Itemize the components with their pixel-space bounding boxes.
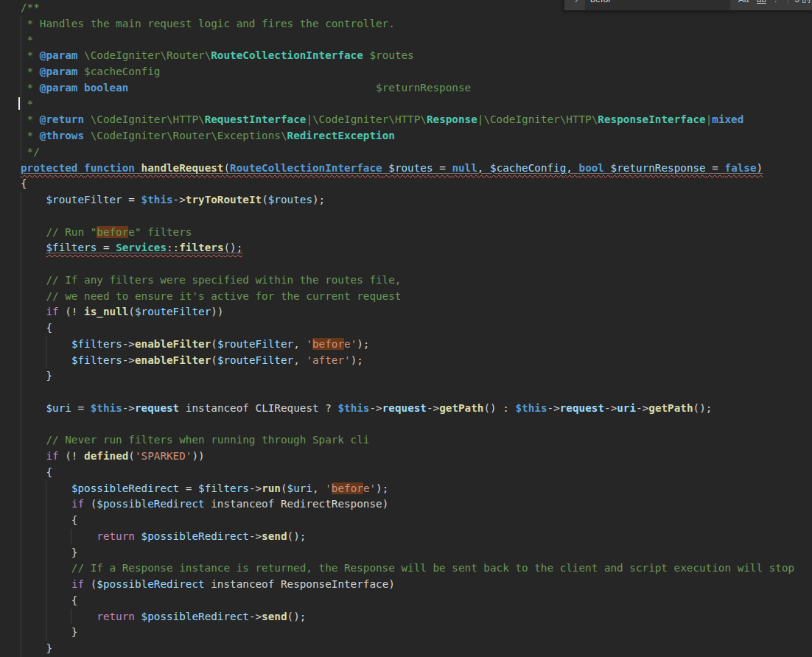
code-token: @throws [40, 130, 84, 141]
code-line[interactable]: if (! is_null($routeFilter)) [21, 304, 812, 320]
code-line[interactable]: $filters->enableFilter($routeFilter, 'af… [21, 353, 812, 369]
code-line[interactable]: $possibleRedirect = $filters->run($uri, … [21, 481, 812, 497]
code-token: $this [516, 402, 547, 414]
code-line[interactable]: // Never run filters when running throug… [21, 432, 812, 449]
code-token: is_null [84, 306, 128, 317]
code-line[interactable]: * [21, 32, 812, 49]
code-token: protected [21, 162, 77, 174]
code-token: ); [312, 194, 325, 205]
code-token: // If a Response instance is returned, t… [21, 562, 794, 574]
error-underline: function [84, 162, 135, 174]
code-line[interactable]: // we need to ensure it's active for the… [21, 289, 812, 305]
code-line[interactable]: * Handles the main request logic and fir… [21, 16, 812, 32]
code-line[interactable]: // If any filters were specified within … [21, 273, 812, 289]
code-token: instanceof [205, 578, 281, 590]
code-line[interactable] [21, 384, 812, 401]
code-line[interactable]: $filters->enableFilter($routeFilter, 'be… [21, 337, 812, 353]
error-underline: (); [224, 242, 243, 253]
code-token: $routes [388, 162, 433, 174]
code-line[interactable]: { [21, 465, 812, 481]
code-line[interactable]: // If a Response instance is returned, t… [21, 561, 812, 577]
code-token: run [262, 482, 281, 494]
code-line[interactable] [21, 208, 812, 225]
code-token: $routeFilter [217, 338, 293, 350]
code-line[interactable] [21, 256, 812, 273]
code-line[interactable]: } [21, 545, 812, 561]
code-line[interactable]: * [21, 96, 812, 113]
code-line[interactable]: // Run "before" filters [21, 225, 812, 241]
code-line[interactable]: { [21, 320, 812, 337]
code-line[interactable]: $filters = Services::filters(); [21, 240, 812, 256]
find-input[interactable]: befor [585, 0, 730, 10]
code-token: defined [84, 450, 128, 462]
code-line[interactable]: { [21, 593, 812, 609]
code-token: mixed [712, 113, 743, 125]
code-token: uri [617, 402, 636, 414]
code-line[interactable]: $uri = $this->request instanceof CLIRequ… [21, 401, 812, 417]
code-line[interactable]: { [21, 176, 812, 192]
code-line[interactable] [21, 417, 812, 433]
code-line[interactable]: $routeFilter = $this->tryToRouteIt($rout… [21, 192, 812, 208]
code-line[interactable]: return $possibleRedirect->send(); [21, 609, 812, 625]
code-token: $returnResponse [611, 162, 706, 174]
code-line[interactable]: if (! defined('SPARKED')) [21, 449, 812, 465]
regex-button[interactable]: .* [774, 0, 780, 10]
code-token [604, 162, 611, 174]
code-line[interactable]: } [21, 368, 812, 384]
indent-guide [21, 192, 21, 657]
code-token: | [706, 113, 713, 125]
code-token: CLIRequest [256, 402, 319, 414]
code-token: , [293, 354, 306, 366]
whole-word-button[interactable]: ab [757, 0, 766, 10]
code-token: \CodeIgniter\HTTP\ [84, 113, 205, 125]
code-line[interactable]: } [21, 625, 812, 641]
code-token: $filters [71, 338, 122, 350]
indent-guide [71, 529, 71, 545]
code-token: $possibleRedirect [97, 578, 204, 590]
indent-guide [46, 481, 46, 642]
code-token: :: [167, 242, 179, 253]
code-token: { [21, 466, 52, 478]
match-case-button[interactable]: Aa [738, 0, 749, 10]
error-underline: null [452, 162, 477, 174]
code-token: = [71, 402, 91, 414]
code-token: ); [351, 354, 363, 366]
code-line[interactable]: * @param boolean $returnResponse [21, 80, 812, 96]
code-token: enableFilter [135, 338, 211, 350]
code-token [21, 194, 46, 205]
code-line[interactable]: * @return \CodeIgniter\HTTP\RequestInter… [21, 112, 812, 128]
error-underline: ( [223, 162, 230, 174]
code-line[interactable]: * @throws \CodeIgniter\Router\Exceptions… [21, 128, 812, 144]
code-token: @param [40, 49, 78, 61]
code-line[interactable]: */ [21, 144, 812, 161]
code-line[interactable]: protected function handleRequest(RouteCo… [21, 161, 812, 177]
code-token: -> [249, 611, 262, 622]
code-token: () : [483, 402, 515, 414]
code-line[interactable]: } [21, 641, 812, 657]
error-underline: , [477, 162, 490, 174]
code-token: , [477, 162, 490, 174]
code-token: $filters [46, 242, 97, 253]
indent-guide [46, 337, 46, 369]
code-line[interactable]: if ($possibleRedirect instanceof Respons… [21, 577, 812, 593]
text-cursor [18, 97, 20, 110]
code-token: RequestInterface [205, 113, 307, 125]
code-area[interactable]: /** * Handles the main request logic and… [0, 0, 812, 657]
code-token: * [21, 49, 40, 61]
code-token: * [21, 34, 33, 46]
code-line[interactable]: * @param \CodeIgniter\Router\RouteCollec… [21, 48, 812, 64]
code-token: @param [40, 82, 78, 94]
code-line[interactable]: if ($possibleRedirect instanceof Redirec… [21, 496, 812, 513]
toggle-replace-chevron-icon[interactable]: › [570, 0, 583, 10]
code-token: e' [344, 338, 357, 350]
code-line[interactable]: { [21, 513, 812, 529]
code-token: request [135, 402, 179, 414]
code-line[interactable]: return $possibleRedirect->send(); [21, 529, 812, 545]
code-token: $returnResponse [128, 82, 471, 94]
code-token: (! [59, 306, 84, 317]
code-line[interactable]: * @param $cacheConfig [21, 64, 812, 80]
code-token: @param [40, 66, 78, 77]
code-token: -> [369, 402, 382, 414]
code-token: $this [141, 194, 173, 205]
code-token: $possibleRedirect [141, 611, 249, 622]
